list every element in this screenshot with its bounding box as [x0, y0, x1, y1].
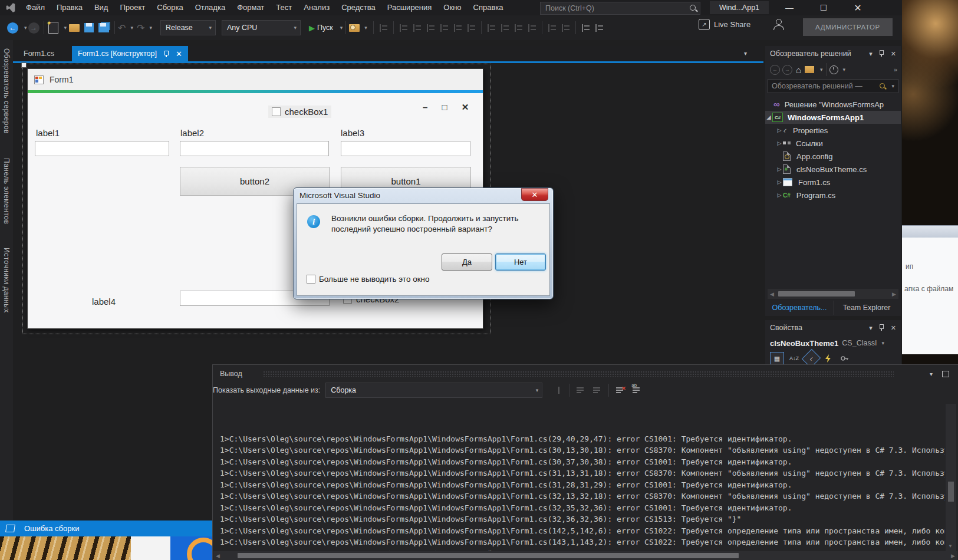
send-to-back-button[interactable] — [594, 24, 604, 32]
forward-icon[interactable]: → — [782, 65, 792, 75]
alphabetical-sort-icon[interactable]: A↓Z — [788, 353, 801, 364]
pin-icon[interactable] — [163, 50, 170, 57]
designer-label4[interactable]: label4 — [92, 297, 116, 307]
close-panel-icon[interactable]: ✕ — [891, 50, 896, 58]
tree-item-project[interactable]: ◢ C# WindowsFormsApp1 — [765, 111, 901, 124]
designer-checkbox1[interactable]: checkBox1 — [268, 106, 331, 118]
output-log[interactable]: 1>C:\Users\Oleg\source\repos\WindowsForm… — [214, 404, 945, 560]
property-pages-key-icon[interactable] — [838, 353, 851, 364]
no-button[interactable]: Нет — [495, 253, 546, 271]
undo-button[interactable]: ↶ — [118, 22, 126, 34]
scrollbar-thumb[interactable] — [778, 291, 855, 297]
designer-selection-handle[interactable] — [21, 62, 27, 68]
designer-textbox3[interactable] — [341, 141, 470, 156]
horizontal-spacing-button[interactable] — [547, 24, 557, 32]
window-position-dropdown-icon[interactable]: ▾ — [930, 371, 933, 377]
output-source-select[interactable]: Сборка▾ — [325, 383, 542, 398]
tree-item-appconfig[interactable]: App.config — [765, 150, 901, 163]
chevron-expanded-icon[interactable]: ◢ — [765, 114, 772, 120]
save-button[interactable] — [84, 23, 94, 32]
output-line[interactable]: 1>C:\Users\Oleg\source\repos\WindowsForm… — [220, 433, 945, 445]
toggle-word-wrap-icon[interactable]: ab — [631, 386, 642, 395]
menu-item[interactable]: Окно — [437, 0, 467, 15]
chevron-collapsed-icon[interactable]: ▷ — [776, 166, 783, 172]
designer-textbox1[interactable] — [35, 141, 169, 156]
chevron-collapsed-icon[interactable]: ▷ — [776, 140, 783, 146]
back-dropdown-icon[interactable]: ▾ — [24, 25, 27, 31]
search-icon[interactable] — [879, 83, 887, 90]
tree-item-references[interactable]: ▷ Ссылки — [765, 137, 901, 150]
navigate-forward-button[interactable]: → — [28, 22, 39, 34]
menu-item[interactable]: Проект — [114, 0, 151, 15]
same-width-button[interactable] — [486, 24, 496, 32]
new-file-button[interactable]: ✦ — [48, 22, 58, 34]
search-icon[interactable] — [689, 4, 697, 12]
properties-object-select[interactable]: clsNeoBuxTheme1 CS_ClassI ▾ — [765, 335, 901, 351]
menu-item[interactable]: Правка — [51, 0, 88, 15]
solution-explorer-header[interactable]: Обозреватель решений ▾ ✕ — [765, 46, 901, 61]
align-rights-button[interactable] — [426, 24, 436, 32]
tree-item-form1[interactable]: ▷ Form1.cs — [765, 176, 901, 189]
output-line[interactable]: 1>C:\Users\Oleg\source\repos\WindowsForm… — [220, 479, 945, 491]
next-message-icon[interactable] — [592, 386, 603, 395]
designer-textbox2[interactable] — [180, 141, 329, 156]
maximize-panel-icon[interactable] — [942, 371, 949, 377]
document-well-dropdown-icon[interactable]: ▾ — [744, 50, 747, 57]
back-icon[interactable]: ← — [770, 65, 780, 75]
bring-to-front-button[interactable] — [581, 24, 591, 32]
dont-show-again-checkbox[interactable]: Больше не выводить это окно — [307, 275, 430, 284]
home-icon[interactable]: ⌂ — [796, 65, 801, 75]
chevron-collapsed-icon[interactable]: ▷ — [776, 192, 783, 198]
add-user-icon[interactable] — [773, 19, 784, 30]
checkbox1-box[interactable] — [272, 107, 281, 116]
align-tops-button[interactable] — [439, 24, 449, 32]
align-centers-button[interactable] — [412, 24, 422, 32]
redo-dropdown-icon[interactable]: ▾ — [149, 25, 152, 31]
output-line[interactable]: 1>C:\Users\Oleg\source\repos\WindowsForm… — [220, 467, 945, 479]
scrollbar-thumb[interactable] — [948, 482, 954, 502]
tab-form1-designer[interactable]: Form1.cs [Конструктор] ✕ — [72, 46, 188, 61]
tree-item-solution[interactable]: ∞ Решение "WindowsFormsAp — [765, 98, 901, 111]
output-line[interactable]: 1>C:\Users\Oleg\source\repos\WindowsForm… — [220, 513, 945, 525]
output-hscrollbar[interactable]: ◀ ▶ — [213, 551, 957, 560]
open-file-button[interactable] — [69, 24, 80, 32]
menu-item[interactable]: Файл — [20, 0, 51, 15]
navigate-back-button[interactable]: ← — [7, 22, 18, 34]
undo-dropdown-icon[interactable]: ▾ — [130, 25, 133, 31]
goto-message-icon[interactable] — [555, 386, 563, 395]
scroll-left-icon[interactable]: ◀ — [213, 553, 222, 559]
menu-item[interactable]: Формат — [231, 0, 270, 15]
align-lefts-button[interactable] — [399, 24, 409, 32]
categorized-view-icon[interactable]: ▦ — [770, 352, 784, 365]
events-lightning-icon[interactable] — [822, 353, 835, 364]
scroll-right-icon[interactable]: ▶ — [890, 291, 898, 297]
menu-item[interactable]: Средства — [335, 0, 381, 15]
find-dropdown-icon[interactable]: ▾ — [364, 25, 367, 31]
new-file-dropdown-icon[interactable]: ▾ — [64, 25, 67, 31]
object-dropdown-icon[interactable]: ▾ — [881, 340, 884, 346]
same-height-button[interactable] — [500, 24, 510, 32]
output-line[interactable]: 1>C:\Users\Oleg\source\repos\WindowsForm… — [220, 536, 945, 548]
dont-show-checkbox-box[interactable] — [307, 275, 315, 284]
panel-dropdown-icon[interactable]: ▾ — [869, 50, 873, 58]
menu-item[interactable]: Тест — [270, 0, 298, 15]
quick-search-input[interactable]: Поиск (Ctrl+Q) — [540, 2, 700, 15]
scroll-left-icon[interactable]: ◀ — [768, 291, 776, 297]
previous-message-icon[interactable] — [575, 386, 586, 395]
data-sources-vertical-tab[interactable]: Источники данных — [2, 248, 11, 313]
toolbox-vertical-tab[interactable]: Панель элементов — [2, 158, 11, 224]
form-window-glyphs[interactable]: – □ ✕ — [423, 102, 475, 113]
panel-dropdown-icon[interactable]: ▾ — [869, 324, 873, 332]
close-panel-icon[interactable]: ✕ — [891, 324, 896, 332]
size-to-grid-button[interactable] — [527, 24, 537, 32]
dialog-close-button[interactable]: ✕ — [521, 188, 548, 201]
menu-item[interactable]: Справка — [468, 0, 509, 15]
start-debug-button[interactable]: ▶ Пуск ▾ — [309, 24, 343, 32]
scrollbar-thumb[interactable] — [238, 553, 739, 558]
chevron-collapsed-icon[interactable]: ▷ — [776, 179, 783, 185]
close-button[interactable]: ✕ — [848, 0, 868, 15]
menu-item[interactable]: Анализ — [298, 0, 335, 15]
tree-item-program[interactable]: ▷ C# Program.cs — [765, 189, 901, 202]
designer-label1[interactable]: label1 — [36, 128, 60, 138]
output-line[interactable]: 1>C:\Users\Oleg\source\repos\WindowsForm… — [220, 502, 945, 514]
